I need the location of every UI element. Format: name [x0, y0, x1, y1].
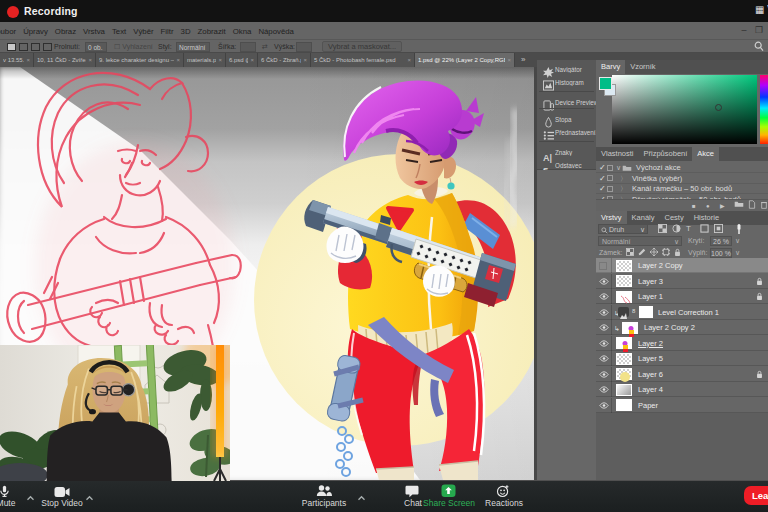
layer-row-layer-4[interactable]: Layer 4: [596, 382, 768, 397]
layer-thumbnail[interactable]: [616, 353, 632, 365]
menu-item--pravy[interactable]: Úpravy: [23, 27, 48, 36]
view-button[interactable]: ▦ V: [755, 4, 768, 15]
tabs-overflow-icon[interactable]: »: [515, 53, 525, 67]
marquee-intersect-icon[interactable]: [43, 43, 52, 51]
eye-icon[interactable]: [599, 402, 609, 409]
action-dialog-toggle[interactable]: [607, 186, 613, 192]
menu-item-obraz[interactable]: Obraz: [55, 27, 76, 36]
close-tab-icon[interactable]: ×: [250, 53, 254, 67]
search-icon[interactable]: [754, 41, 764, 53]
fill-value[interactable]: 100 %: [710, 248, 732, 258]
actions-tab-vlastnosti[interactable]: Vlastnosti: [596, 147, 639, 161]
window-controls[interactable]: – ❐: [741, 25, 766, 35]
eye-icon[interactable]: [599, 324, 609, 331]
document-tab-8[interactable]: 1.psd @ 22% (Layer 2 Copy,RGB/8)×: [415, 53, 515, 67]
action-expand-icon[interactable]: ∨: [616, 163, 621, 173]
caret-up-icon[interactable]: [26, 487, 35, 505]
layer-thumbnail[interactable]: [616, 260, 632, 272]
style-select[interactable]: Normální∨: [176, 42, 210, 52]
dock-panel-histogram[interactable]: Histogram: [537, 77, 596, 89]
layer-row-level-correction-1[interactable]: ↳8Level Correction 1: [596, 305, 768, 320]
menu-item-vrstva[interactable]: Vrstva: [83, 27, 105, 36]
layer-name[interactable]: Layer 2 Copy 2: [644, 323, 695, 332]
eye-icon[interactable]: [599, 371, 609, 378]
action-check-icon[interactable]: ✓: [599, 174, 606, 184]
actions-tab-akce[interactable]: Akce: [692, 147, 719, 161]
color-tab-barvy[interactable]: Barvy: [596, 60, 625, 74]
opacity-caret[interactable]: ∨: [735, 237, 740, 245]
menu-item-text[interactable]: Text: [112, 27, 126, 36]
caret-up-icon[interactable]: [357, 487, 366, 505]
menu-item-okna[interactable]: Okna: [233, 27, 252, 36]
action-check-icon[interactable]: ✓: [599, 163, 606, 173]
dock-panel-presets[interactable]: Přednastavení...: [537, 127, 596, 139]
menu-item-zobrazit[interactable]: Zobrazit: [198, 27, 226, 36]
filter-type-layers-icon[interactable]: T: [686, 224, 691, 234]
fill-caret[interactable]: ∨: [735, 249, 740, 257]
action-item[interactable]: ✓〉Vinětka (výběr): [596, 174, 768, 184]
layer-thumbnail[interactable]: [622, 322, 638, 334]
dock-panel-navigator[interactable]: Navigátor: [537, 64, 596, 76]
menu-item-n-pov-da[interactable]: Nápověda: [258, 27, 294, 36]
close-tab-icon[interactable]: ×: [303, 53, 307, 67]
actions-tab-p-izp-soben-[interactable]: Přizpůsobení: [639, 147, 693, 161]
layer-filter-select[interactable]: Druh∨: [598, 224, 648, 234]
layer-thumbnail[interactable]: [616, 368, 632, 380]
webcam-video[interactable]: [0, 345, 230, 481]
action-dialog-toggle[interactable]: [607, 165, 613, 171]
opacity-value[interactable]: 26 %: [710, 236, 732, 246]
layer-name[interactable]: Layer 4: [638, 385, 663, 394]
layer-thumbnail[interactable]: [616, 384, 632, 396]
action-expand-icon[interactable]: 〉: [620, 184, 627, 194]
close-tab-icon[interactable]: ×: [176, 53, 180, 67]
eye-icon[interactable]: [599, 340, 609, 347]
layer-mask-thumbnail[interactable]: [639, 306, 653, 318]
dock-panel-brush[interactable]: Stopa: [537, 114, 596, 126]
action-item[interactable]: ✓∨Výchozí akce: [596, 163, 768, 173]
close-tab-icon[interactable]: ×: [407, 53, 411, 67]
document-tab-4[interactable]: materials.psd×: [184, 53, 226, 67]
menu-item-filtr[interactable]: Filtr: [161, 27, 174, 36]
select-and-mask-button[interactable]: Vybrat a maskovat...: [322, 41, 402, 52]
eye-icon[interactable]: [599, 386, 609, 393]
marquee-new-icon[interactable]: [7, 43, 16, 51]
layer-name[interactable]: Level Correction 1: [658, 308, 719, 317]
menu-item-3d[interactable]: 3D: [181, 27, 191, 36]
document-tab-7[interactable]: 5 ČkD - Photobash female.psd×: [311, 53, 415, 67]
layer-thumbnail[interactable]: [616, 337, 632, 349]
eye-icon[interactable]: [599, 309, 609, 316]
document-tab-3[interactable]: 9. lekce charakter designu – VZOR.psd×: [96, 53, 184, 67]
marquee-subtract-icon[interactable]: [31, 43, 40, 51]
layer-row-layer-3[interactable]: Layer 3: [596, 274, 768, 289]
eye-icon[interactable]: [599, 293, 609, 300]
document-tab-5[interactable]: 6.psd @ ...×: [226, 53, 258, 67]
height-input[interactable]: [296, 42, 312, 52]
layer-row-paper[interactable]: Paper: [596, 398, 768, 413]
layer-thumbnail[interactable]: [616, 275, 632, 287]
layer-row-layer-2-copy-2[interactable]: ↳Layer 2 Copy 2: [596, 320, 768, 335]
close-tab-icon[interactable]: ×: [88, 53, 92, 67]
antialias-checkbox[interactable]: ☐ Vyhlazení: [114, 43, 153, 51]
dock-panel-char[interactable]: A|Znaky: [537, 147, 596, 159]
layer-row-layer-1[interactable]: Layer 1: [596, 289, 768, 304]
foreground-color-swatch[interactable]: [599, 77, 612, 90]
layer-thumbnail[interactable]: [616, 399, 632, 411]
saturation-field[interactable]: [612, 75, 757, 144]
layer-row-layer-5[interactable]: Layer 5: [596, 351, 768, 366]
action-expand-icon[interactable]: 〉: [620, 174, 627, 184]
leave-button[interactable]: Leave: [744, 486, 768, 505]
swap-dims-icon[interactable]: ⇄: [262, 43, 268, 51]
layer-name[interactable]: Layer 3: [638, 277, 663, 286]
layer-row-layer-6[interactable]: Layer 6: [596, 367, 768, 382]
eye-toggle-empty[interactable]: [599, 262, 607, 270]
action-item[interactable]: ✓〉Kanál rámečku – 50 obr. bodů: [596, 184, 768, 194]
width-input[interactable]: [240, 42, 256, 52]
layer-row-layer-2[interactable]: Layer 2: [596, 336, 768, 351]
layer-thumbnail[interactable]: [616, 291, 632, 303]
action-dialog-toggle[interactable]: [607, 175, 613, 181]
close-tab-icon[interactable]: ×: [218, 53, 222, 67]
layer-name[interactable]: Layer 5: [638, 354, 663, 363]
layer-name[interactable]: Layer 2 Copy: [638, 261, 683, 270]
action-check-icon[interactable]: ✓: [599, 184, 606, 194]
marquee-add-icon[interactable]: [19, 43, 28, 51]
